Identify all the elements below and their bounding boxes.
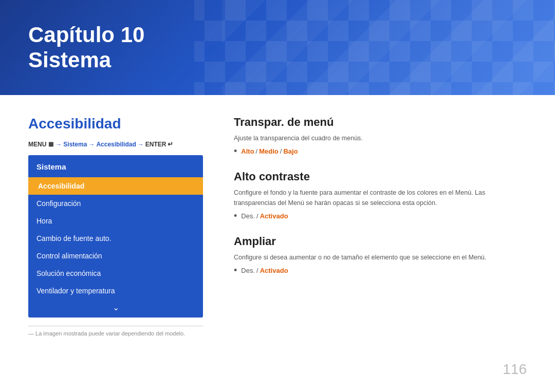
diamond-pattern-decoration [194,0,555,95]
breadcrumb: MENU ▦ → Sistema → Accesibilidad → ENTER… [28,140,203,148]
header-banner: Capítulo 10 Sistema [0,0,555,95]
menu-item-ventilador[interactable]: Ventilador y temperatura [28,282,203,300]
note-section: — La imagen mostrada puede variar depend… [28,326,203,337]
alto-contraste-heading: Alto contraste [234,170,527,183]
menu-icon: ▦ [48,141,53,147]
menu-header: Sistema [28,158,203,175]
enter-icon: ↵ [168,140,173,148]
left-column: Accesibilidad MENU ▦ → Sistema → Accesib… [28,116,203,377]
transpar-heading: Transpar. de menú [234,116,527,129]
menu-item-solucion-economica[interactable]: Solución económica [28,265,203,282]
breadcrumb-arrow-3: → [138,141,144,148]
ampliar-sep: / [256,267,258,274]
transpar-opt-bajo: Bajo [283,147,298,155]
chevron-down-icon: ⌄ [28,300,203,314]
section-title: Accesibilidad [28,116,203,132]
breadcrumb-enter: ENTER [145,141,166,148]
ampliar-opt-des: Des. [241,267,255,274]
chapter-title: Capítulo 10 Sistema [28,23,144,72]
transpar-options: • Alto / Medio / Bajo [234,146,527,156]
alto-contraste-opt-activado: Activado [260,212,288,220]
breadcrumb-sistema: Sistema [63,141,87,148]
breadcrumb-arrow-2: → [88,141,95,148]
bullet-dot-2: • [234,211,237,220]
right-column: Transpar. de menú Ajuste la transparenci… [234,116,527,377]
transpar-opt-medio: Medio [259,147,279,155]
bullet-dot-1: • [234,146,237,156]
breadcrumb-menu: MENU [28,141,46,148]
menu-item-configuracion[interactable]: Configuración [28,195,203,212]
alto-contraste-desc: Configure el fondo y la fuente para aume… [234,188,527,208]
ampliar-options: • Des. / Activado [234,266,527,275]
section-ampliar: Ampliar Configure si desea aumentar o no… [234,235,527,275]
page-number: 116 [503,361,527,378]
section-transpar: Transpar. de menú Ajuste la transparenci… [234,116,527,156]
menu-item-cambio-fuente[interactable]: Cambio de fuente auto. [28,230,203,247]
transpar-sep-2: / [280,147,282,155]
ampliar-desc: Configure si desea aumentar o no de tama… [234,252,527,263]
bullet-dot-3: • [234,266,237,275]
transpar-opt-alto: Alto [241,147,254,155]
header-title: Capítulo 10 Sistema [28,23,144,72]
ampliar-heading: Ampliar [234,235,527,248]
menu-box: Sistema Accesibilidad Configuración Hora… [28,155,203,318]
transpar-sep-1: / [256,147,258,155]
breadcrumb-arrow-1: → [55,141,62,148]
menu-item-accesibilidad[interactable]: Accesibilidad [28,177,203,195]
ampliar-opt-activado: Activado [260,267,288,274]
main-content: Accesibilidad MENU ▦ → Sistema → Accesib… [0,95,555,392]
alto-contraste-sep: / [256,212,258,220]
menu-item-control-alimentacion[interactable]: Control alimentación [28,247,203,265]
menu-item-hora[interactable]: Hora [28,212,203,230]
alto-contraste-opt-des: Des. [241,212,255,220]
note-text: — La imagen mostrada puede variar depend… [28,330,203,337]
transpar-desc: Ajuste la transparencia del cuadro de me… [234,133,527,143]
breadcrumb-accesibilidad: Accesibilidad [96,141,136,148]
section-alto-contraste: Alto contraste Configure el fondo y la f… [234,170,527,220]
alto-contraste-options: • Des. / Activado [234,211,527,220]
